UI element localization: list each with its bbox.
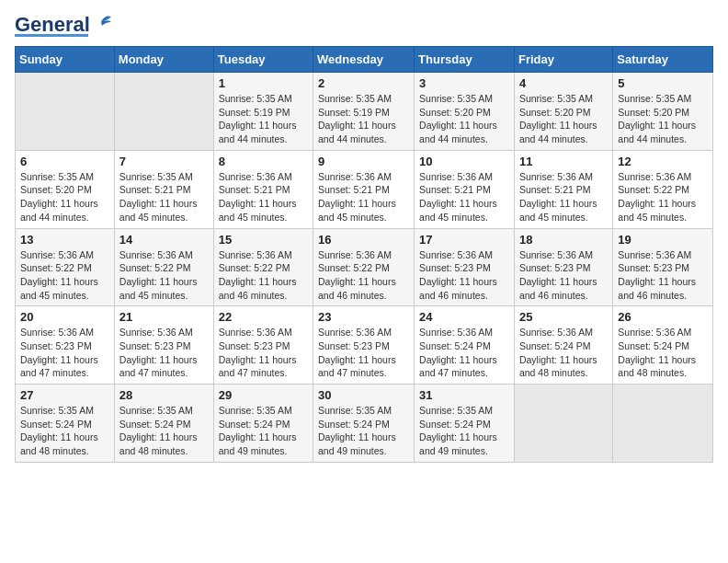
day-info: Sunrise: 5:36 AM Sunset: 5:23 PM Dayligh… [618, 248, 708, 303]
day-info: Sunrise: 5:35 AM Sunset: 5:19 PM Dayligh… [318, 92, 409, 146]
calendar-cell: 30Sunrise: 5:35 AM Sunset: 5:24 PM Dayli… [313, 385, 415, 463]
day-number: 1 [219, 76, 308, 90]
day-info: Sunrise: 5:35 AM Sunset: 5:20 PM Dayligh… [20, 170, 109, 224]
day-number: 31 [419, 388, 509, 402]
calendar-cell: 7Sunrise: 5:35 AM Sunset: 5:21 PM Daylig… [114, 150, 213, 228]
calendar-cell: 26Sunrise: 5:36 AM Sunset: 5:24 PM Dayli… [613, 306, 713, 385]
calendar-cell: 31Sunrise: 5:35 AM Sunset: 5:24 PM Dayli… [415, 385, 515, 463]
day-number: 11 [519, 155, 608, 168]
day-number: 30 [318, 388, 409, 402]
calendar-cell [16, 73, 115, 151]
day-info: Sunrise: 5:36 AM Sunset: 5:23 PM Dayligh… [419, 248, 509, 303]
calendar-week-2: 6Sunrise: 5:35 AM Sunset: 5:20 PM Daylig… [16, 150, 713, 228]
calendar-cell: 10Sunrise: 5:36 AM Sunset: 5:21 PM Dayli… [415, 150, 515, 228]
day-number: 21 [119, 310, 209, 324]
day-number: 22 [219, 310, 308, 324]
day-info: Sunrise: 5:35 AM Sunset: 5:19 PM Dayligh… [219, 92, 308, 146]
day-number: 8 [219, 155, 308, 168]
day-number: 17 [419, 233, 509, 247]
day-number: 27 [20, 388, 109, 402]
day-info: Sunrise: 5:36 AM Sunset: 5:23 PM Dayligh… [20, 326, 109, 380]
weekday-header-wednesday: Wednesday [313, 47, 415, 73]
weekday-header-saturday: Saturday [613, 47, 713, 73]
day-info: Sunrise: 5:35 AM Sunset: 5:24 PM Dayligh… [318, 404, 409, 458]
day-number: 26 [618, 310, 708, 324]
weekday-header-sunday: Sunday [16, 47, 115, 73]
day-number: 6 [20, 155, 109, 168]
calendar-cell [114, 73, 213, 151]
calendar-cell: 14Sunrise: 5:36 AM Sunset: 5:22 PM Dayli… [114, 228, 213, 306]
day-info: Sunrise: 5:36 AM Sunset: 5:22 PM Dayligh… [318, 248, 409, 303]
day-info: Sunrise: 5:35 AM Sunset: 5:20 PM Dayligh… [419, 92, 509, 146]
day-info: Sunrise: 5:36 AM Sunset: 5:22 PM Dayligh… [119, 248, 209, 303]
day-info: Sunrise: 5:36 AM Sunset: 5:23 PM Dayligh… [519, 248, 608, 303]
calendar-week-1: 1Sunrise: 5:35 AM Sunset: 5:19 PM Daylig… [16, 73, 713, 151]
day-number: 12 [618, 155, 708, 168]
calendar-cell: 15Sunrise: 5:36 AM Sunset: 5:22 PM Dayli… [213, 228, 313, 306]
day-number: 28 [119, 388, 209, 402]
day-info: Sunrise: 5:36 AM Sunset: 5:22 PM Dayligh… [618, 170, 708, 224]
calendar-cell: 13Sunrise: 5:36 AM Sunset: 5:22 PM Dayli… [16, 228, 115, 306]
day-info: Sunrise: 5:36 AM Sunset: 5:22 PM Dayligh… [219, 248, 308, 303]
calendar-week-3: 13Sunrise: 5:36 AM Sunset: 5:22 PM Dayli… [16, 228, 713, 306]
calendar-cell: 2Sunrise: 5:35 AM Sunset: 5:19 PM Daylig… [313, 73, 415, 151]
day-info: Sunrise: 5:35 AM Sunset: 5:24 PM Dayligh… [119, 404, 209, 458]
day-number: 14 [119, 233, 209, 247]
day-number: 23 [318, 310, 409, 324]
calendar-cell: 1Sunrise: 5:35 AM Sunset: 5:19 PM Daylig… [213, 73, 313, 151]
day-number: 15 [219, 233, 308, 247]
day-info: Sunrise: 5:36 AM Sunset: 5:22 PM Dayligh… [20, 248, 109, 303]
day-info: Sunrise: 5:35 AM Sunset: 5:24 PM Dayligh… [20, 404, 109, 458]
calendar-cell: 24Sunrise: 5:36 AM Sunset: 5:24 PM Dayli… [415, 306, 515, 385]
day-number: 9 [318, 155, 409, 168]
calendar-cell: 18Sunrise: 5:36 AM Sunset: 5:23 PM Dayli… [514, 228, 612, 306]
day-number: 7 [119, 155, 209, 168]
day-info: Sunrise: 5:35 AM Sunset: 5:24 PM Dayligh… [419, 404, 509, 458]
calendar-cell [514, 385, 612, 463]
day-info: Sunrise: 5:35 AM Sunset: 5:20 PM Dayligh… [519, 92, 608, 146]
day-number: 5 [618, 76, 708, 90]
day-number: 4 [519, 76, 608, 90]
day-info: Sunrise: 5:36 AM Sunset: 5:21 PM Dayligh… [519, 170, 608, 224]
calendar-cell: 20Sunrise: 5:36 AM Sunset: 5:23 PM Dayli… [16, 306, 115, 385]
logo-underline [15, 34, 88, 37]
day-info: Sunrise: 5:35 AM Sunset: 5:20 PM Dayligh… [618, 92, 708, 146]
day-number: 18 [519, 233, 608, 247]
day-info: Sunrise: 5:36 AM Sunset: 5:23 PM Dayligh… [318, 326, 409, 380]
day-number: 29 [219, 388, 308, 402]
calendar-cell [613, 385, 713, 463]
day-number: 3 [419, 76, 509, 90]
calendar-cell: 6Sunrise: 5:35 AM Sunset: 5:20 PM Daylig… [16, 150, 115, 228]
calendar-cell: 23Sunrise: 5:36 AM Sunset: 5:23 PM Dayli… [313, 306, 415, 385]
weekday-header-monday: Monday [114, 47, 213, 73]
day-number: 24 [419, 310, 509, 324]
day-number: 2 [318, 76, 409, 90]
calendar-cell: 9Sunrise: 5:36 AM Sunset: 5:21 PM Daylig… [313, 150, 415, 228]
calendar-cell: 11Sunrise: 5:36 AM Sunset: 5:21 PM Dayli… [514, 150, 612, 228]
calendar-cell: 19Sunrise: 5:36 AM Sunset: 5:23 PM Dayli… [613, 228, 713, 306]
day-info: Sunrise: 5:36 AM Sunset: 5:21 PM Dayligh… [318, 170, 409, 224]
day-info: Sunrise: 5:36 AM Sunset: 5:23 PM Dayligh… [219, 326, 308, 380]
day-info: Sunrise: 5:36 AM Sunset: 5:24 PM Dayligh… [618, 326, 708, 380]
calendar-cell: 28Sunrise: 5:35 AM Sunset: 5:24 PM Dayli… [114, 385, 213, 463]
day-info: Sunrise: 5:36 AM Sunset: 5:24 PM Dayligh… [419, 326, 509, 380]
calendar-table: SundayMondayTuesdayWednesdayThursdayFrid… [15, 46, 713, 463]
day-number: 19 [618, 233, 708, 247]
day-number: 20 [20, 310, 109, 324]
logo-text: General [15, 15, 90, 35]
calendar-cell: 4Sunrise: 5:35 AM Sunset: 5:20 PM Daylig… [514, 73, 612, 151]
calendar-cell: 29Sunrise: 5:35 AM Sunset: 5:24 PM Dayli… [213, 385, 313, 463]
day-info: Sunrise: 5:36 AM Sunset: 5:24 PM Dayligh… [519, 326, 608, 380]
calendar-cell: 25Sunrise: 5:36 AM Sunset: 5:24 PM Dayli… [514, 306, 612, 385]
logo-bird-icon [93, 13, 113, 33]
page-header: General [15, 15, 713, 37]
day-info: Sunrise: 5:35 AM Sunset: 5:21 PM Dayligh… [119, 170, 209, 224]
calendar-cell: 17Sunrise: 5:36 AM Sunset: 5:23 PM Dayli… [415, 228, 515, 306]
weekday-header-friday: Friday [514, 47, 612, 73]
weekday-header-tuesday: Tuesday [213, 47, 313, 73]
calendar-cell: 3Sunrise: 5:35 AM Sunset: 5:20 PM Daylig… [415, 73, 515, 151]
calendar-cell: 27Sunrise: 5:35 AM Sunset: 5:24 PM Dayli… [16, 385, 115, 463]
calendar-cell: 5Sunrise: 5:35 AM Sunset: 5:20 PM Daylig… [613, 73, 713, 151]
calendar-week-4: 20Sunrise: 5:36 AM Sunset: 5:23 PM Dayli… [16, 306, 713, 385]
calendar-cell: 22Sunrise: 5:36 AM Sunset: 5:23 PM Dayli… [213, 306, 313, 385]
